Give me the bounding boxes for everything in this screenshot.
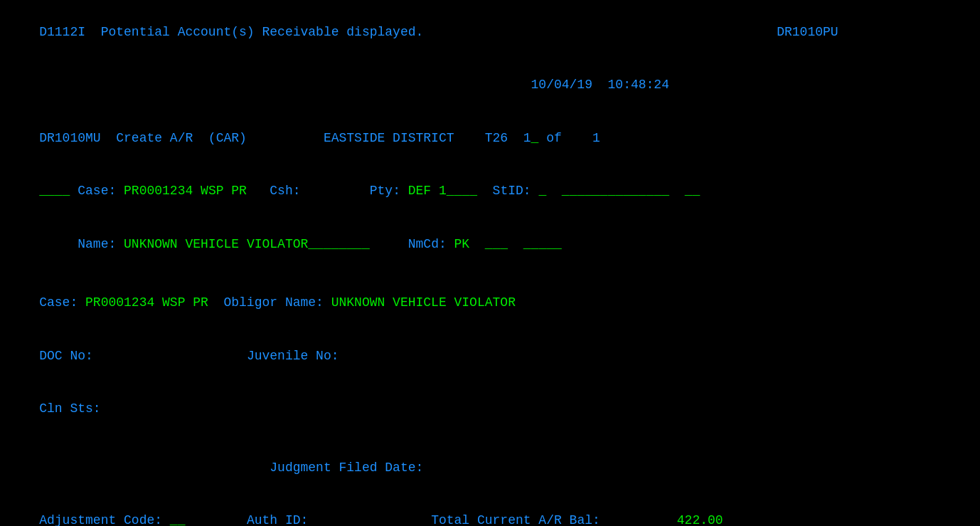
total-balance: 422.00 [677, 513, 723, 526]
obligor-name-full: UNKNOWN VEHICLE VIOLATOR [331, 295, 516, 310]
judgment-date-field[interactable] [439, 461, 516, 475]
screen-id: DR1010MU Create A/R (CAR) EASTSIDE DISTR… [39, 131, 531, 145]
doc-line: DOC No: Juvenile No: [9, 330, 971, 382]
auth-id-field[interactable] [316, 513, 370, 526]
nmcd-blank2[interactable]: _____ [523, 237, 562, 251]
doc-field[interactable] [101, 349, 239, 363]
page-field[interactable]: _ [531, 131, 539, 145]
case-number: PR0001234 WSP PR [124, 184, 247, 198]
csh-field[interactable] [308, 184, 362, 198]
adj-code-field[interactable]: __ [170, 513, 186, 526]
stid-field[interactable]: _ [538, 184, 546, 198]
stid-short[interactable]: __ [685, 184, 701, 198]
datetime-line: 10/04/19 10:48:24 [9, 58, 971, 111]
nmcd-field: PK [454, 237, 470, 251]
obligor-name: UNKNOWN VEHICLE VIOLATOR [124, 237, 308, 251]
spacer2 [9, 436, 971, 441]
datetime: 10/04/19 10:48:24 [39, 78, 669, 92]
name-blank[interactable]: ________ [308, 237, 369, 251]
stid-long[interactable]: ______________ [562, 184, 669, 198]
screen-id-right: DR1010PU [423, 25, 838, 39]
terminal-screen: D1112I Potential Account(s) Receivable d… [9, 6, 971, 526]
judgment-date-line: Judgment Filed Date: [9, 441, 971, 494]
name-line: Name: UNKNOWN VEHICLE VIOLATOR________ N… [9, 218, 971, 270]
case-line: ____ Case: PR0001234 WSP PR Csh: Pty: DE… [9, 164, 971, 217]
spacer1 [9, 270, 971, 276]
case-ref: PR0001234 WSP PR [85, 295, 208, 310]
pty-blank[interactable]: ____ [447, 184, 477, 198]
adjustment-line: Adjustment Code: __ Auth ID: Total Curre… [9, 494, 971, 526]
field-prefix[interactable]: ____ [39, 184, 70, 198]
status-message: D1112I Potential Account(s) Receivable d… [39, 25, 423, 39]
obligor-line: Case: PR0001234 WSP PR Obligor Name: UNK… [9, 276, 971, 329]
status-line: D1112I Potential Account(s) Receivable d… [9, 6, 971, 58]
cln-sts-line: Cln Sts: [9, 382, 971, 435]
header-line: DR1010MU Create A/R (CAR) EASTSIDE DISTR… [9, 112, 971, 164]
nmcd-blank1[interactable]: ___ [485, 237, 508, 251]
pty-field: DEF 1 [408, 184, 447, 198]
